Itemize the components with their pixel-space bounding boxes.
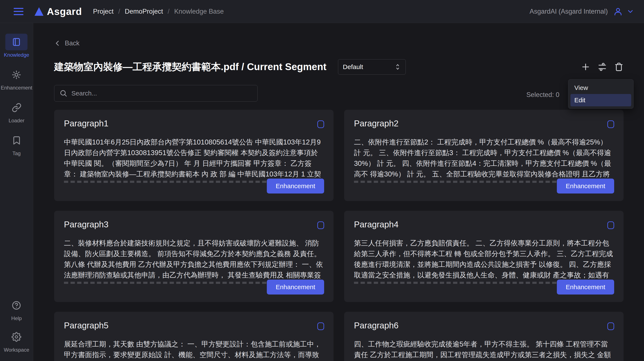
paragraph-cards-grid: Paragraph1 中華民國101年6月25日內政部台內營字第10108056… (54, 110, 624, 361)
page-title: 建築物室內裝修—工程承攬契約書範本.pdf / Current Segment (54, 60, 326, 74)
paragraph-card: Paragraph6 四、工作物之瑕疵經驗收完成後逾5年者，甲方不得主張。 第十… (344, 312, 624, 361)
breadcrumb-separator: / (168, 8, 170, 15)
topbar: Asgard Project / DemoProject / Knowledge… (0, 0, 644, 23)
card-body-text: 第三人任何損害，乙方應負賠償責任。 二、乙方得依專業分工原則，將本工程分包給第三… (354, 238, 614, 280)
add-button[interactable] (581, 62, 590, 72)
sidebar-item-label: Help (11, 316, 22, 321)
paragraph-card: Paragraph4 第三人任何損害，乙方應負賠償責任。 二、乙方得依專業分工原… (344, 211, 624, 302)
search-box (54, 85, 258, 102)
tile (6, 99, 28, 116)
enhancement-button[interactable]: Enhancement (267, 280, 324, 294)
selected-count: Selected: 0 (526, 91, 560, 99)
sidebar-footer: Help Workspace (4, 297, 30, 361)
search-input[interactable] (72, 90, 252, 97)
tile (5, 328, 28, 345)
card-checkbox[interactable] (607, 120, 614, 128)
link-icon (12, 103, 22, 112)
tile (5, 66, 28, 83)
card-body-text: 二、依附件進行至節點2： 工程完成時，甲方支付工程總價 %（最高不得逾25%） … (354, 137, 614, 180)
enhancement-button[interactable]: Enhancement (267, 178, 324, 194)
card-body-text: 四、工作物之瑕疵經驗收完成後逾5年者，甲方不得主張。 第十四條 工程管理不當責任… (354, 339, 614, 361)
sidebar-item-help[interactable]: Help (5, 297, 28, 321)
help-circle-icon (12, 300, 21, 310)
title-row: 建築物室內裝修—工程承攬契約書範本.pdf / Current Segment … (54, 59, 624, 75)
brand-name: Asgard (47, 6, 82, 17)
knowledge-active-tile (5, 34, 28, 50)
breadcrumb-separator: / (118, 8, 120, 15)
sliders-button[interactable] (598, 62, 607, 72)
card-checkbox[interactable] (317, 120, 324, 128)
sidebar-item-enhancement[interactable]: Enhancement (1, 66, 32, 91)
card-title: Paragraph6 (354, 321, 614, 330)
book-icon (12, 37, 21, 47)
trash-button[interactable] (614, 62, 624, 72)
sidebar-item-knowledge[interactable]: Knowledge (4, 34, 29, 58)
breadcrumb: Project / DemoProject / Knowledge Base (93, 8, 224, 15)
toolbar-icons (581, 62, 624, 72)
menu-item-edit[interactable]: Edit (570, 94, 631, 106)
account-name: AsgardAI (Asgard Internal) (530, 8, 608, 15)
sidebar-item-label: Enhancement (1, 85, 32, 91)
card-body-text: 中華民國101年6月25日內政部台內營字第1010805614號公告 中華民國1… (64, 137, 324, 180)
bookmark-icon (12, 136, 22, 145)
segment-select-value: Default (343, 63, 363, 70)
chevron-left-icon (54, 40, 61, 47)
back-button[interactable]: Back (54, 40, 80, 47)
breadcrumb-demoproject[interactable]: DemoProject (125, 8, 163, 15)
asgard-logo-icon (34, 7, 44, 16)
tile (6, 132, 28, 149)
breadcrumb-knowledge-base: Knowledge Base (174, 8, 224, 15)
paragraph-card: Paragraph1 中華民國101年6月25日內政部台內營字第10108056… (54, 110, 334, 201)
search-icon (60, 89, 68, 98)
paragraph-card: Paragraph2 二、依附件進行至節點2： 工程完成時，甲方支付工程總價 %… (344, 110, 624, 201)
view-edit-menu: View Edit (568, 79, 634, 109)
knowledge-base-page: { "topbar": { "brand": "Asgard", "breadc… (0, 0, 644, 361)
card-title: Paragraph3 (64, 220, 324, 229)
back-label: Back (65, 40, 80, 47)
card-title: Paragraph1 (64, 119, 324, 128)
sidebar-item-label: Workspace (4, 347, 30, 353)
card-body-text: 二、裝修材料應合於建築技術規則之規定，且不得妨害或破壞防火避難設施、 消防設備、… (64, 238, 324, 280)
hamburger-menu-icon[interactable] (14, 8, 24, 15)
enhancement-button[interactable]: Enhancement (557, 178, 614, 194)
tile (5, 297, 28, 314)
segment-select[interactable]: Default (338, 59, 406, 74)
sidebar-item-tag[interactable]: Tag (6, 132, 28, 156)
card-checkbox[interactable] (607, 322, 614, 330)
card-checkbox[interactable] (317, 222, 324, 229)
breadcrumb-project[interactable]: Project (93, 8, 113, 15)
enhancement-button[interactable]: Enhancement (557, 280, 614, 294)
card-checkbox[interactable] (317, 322, 324, 330)
user-icon (613, 7, 623, 16)
main-content: Back 建築物室內裝修—工程承攬契約書範本.pdf / Current Seg… (33, 23, 644, 361)
sidebar: Knowledge Enhancement Loader Tag (0, 23, 33, 361)
sidebar-item-label: Knowledge (4, 52, 29, 58)
gear-icon (12, 332, 21, 342)
card-title: Paragraph4 (354, 220, 614, 229)
menu-item-view[interactable]: View (570, 82, 631, 94)
chevron-down-icon (626, 8, 634, 15)
sidebar-item-loader[interactable]: Loader (6, 99, 28, 124)
paragraph-card: Paragraph5 展延合理工期，其天數 由雙方協議之： 一、甲方變更設計：包… (54, 312, 334, 361)
card-body-text: 展延合理工期，其天數 由雙方協議之： 一、甲方變更設計：包含施工前或施工中，甲方… (64, 339, 324, 361)
select-chevrons-icon (394, 63, 401, 71)
card-title: Paragraph2 (354, 119, 614, 128)
sidebar-item-label: Tag (12, 150, 21, 156)
card-title: Paragraph5 (64, 321, 324, 330)
sidebar-item-workspace[interactable]: Workspace (4, 328, 30, 353)
paragraph-card: Paragraph3 二、裝修材料應合於建築技術規則之規定，且不得妨害或破壞防火… (54, 211, 334, 302)
sidebar-item-label: Loader (8, 118, 24, 124)
account-menu[interactable]: AsgardAI (Asgard Internal) (530, 7, 634, 16)
sun-icon (12, 70, 21, 80)
card-checkbox[interactable] (607, 222, 614, 229)
